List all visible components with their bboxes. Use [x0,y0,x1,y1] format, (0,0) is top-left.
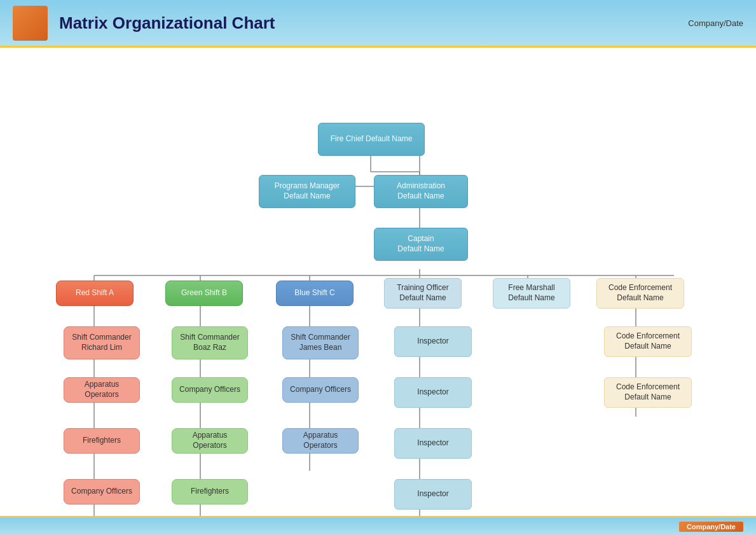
blue-apparatus-box: Apparatus Operators [282,428,359,454]
green-commander-label: Shift CommanderBoaz Raz [180,333,239,352]
inspector3-label: Inspector [417,438,448,448]
captain-label: CaptainDefault Name [397,234,444,254]
code-sub2-box: Code EnforcementDefault Name [604,377,692,408]
main-content: Fire Chief Default Name Programs Manager… [0,48,756,516]
captain-box: CaptainDefault Name [374,228,468,261]
red-commander-box: Shift CommanderRichard Lim [64,326,140,359]
green-shift-label: Green Shift B [181,288,227,298]
red-company-box: Company Officers [64,479,140,504]
red-commander-label: Shift CommanderRichard Lim [72,333,131,352]
code-enforcement-top-box: Code EnforcementDefault Name [596,278,684,309]
inspector1-label: Inspector [417,337,448,347]
inspector1-box: Inspector [394,326,472,357]
fire-chief-box: Fire Chief Default Name [318,123,425,156]
blue-shift-label: Blue Shift C [294,288,334,298]
code-sub2-label: Code EnforcementDefault Name [616,382,680,402]
inspector3-box: Inspector [394,428,472,459]
blue-apparatus-label: Apparatus Operators [288,431,353,450]
green-company-box: Company Officers [172,377,248,403]
green-shift-box: Green Shift B [165,281,243,306]
red-apparatus-label: Apparatus Operators [69,380,134,400]
fire-chief-label: Fire Chief Default Name [331,134,413,144]
training-officer-label: Training OfficerDefault Name [397,283,448,303]
free-marshall-label: Free MarshallDefault Name [508,283,554,303]
blue-commander-label: Shift CommanderJames Bean [291,333,350,352]
code-sub1-label: Code EnforcementDefault Name [616,331,680,351]
code-sub1-box: Code EnforcementDefault Name [604,326,692,357]
inspector4-box: Inspector [394,479,472,510]
blue-company-box: Company Officers [282,377,359,403]
free-marshall-box: Free MarshallDefault Name [493,278,570,309]
green-firefighters-label: Firefighters [191,487,229,497]
blue-shift-box: Blue Shift C [276,281,354,306]
header: Matrix Organizational Chart Company/Date [0,0,756,48]
org-chart: Fire Chief Default Name Programs Manager… [0,48,756,516]
administration-label: AdministrationDefault Name [397,181,445,201]
green-commander-box: Shift CommanderBoaz Raz [172,326,248,359]
red-shift-label: Red Shift A [76,288,114,298]
training-officer-box: Training OfficerDefault Name [384,278,462,309]
header-company-date: Company/Date [688,18,743,28]
green-apparatus-box: Apparatus Operators [172,428,248,454]
programs-manager-box: Programs ManagerDefault Name [259,175,355,208]
red-firefighters-box: Firefighters [64,428,140,454]
footer-badge: Company/Date [679,522,743,532]
blue-commander-box: Shift CommanderJames Bean [282,326,359,359]
red-shift-box: Red Shift A [56,281,134,306]
footer: Company/Date [0,516,756,535]
administration-box: AdministrationDefault Name [374,175,468,208]
blue-company-label: Company Officers [290,385,351,395]
inspector2-label: Inspector [417,387,448,398]
code-enforcement-top-label: Code EnforcementDefault Name [608,283,672,303]
red-firefighters-label: Firefighters [83,436,121,446]
green-apparatus-label: Apparatus Operators [177,431,242,450]
red-company-label: Company Officers [71,487,132,497]
green-firefighters-box: Firefighters [172,479,248,504]
green-company-label: Company Officers [179,385,240,395]
inspector4-label: Inspector [417,489,448,499]
red-apparatus-box: Apparatus Operators [64,377,140,403]
inspector2-box: Inspector [394,377,472,408]
page-title: Matrix Organizational Chart [59,13,275,33]
programs-manager-label: Programs ManagerDefault Name [275,181,340,201]
header-logo [13,6,48,41]
